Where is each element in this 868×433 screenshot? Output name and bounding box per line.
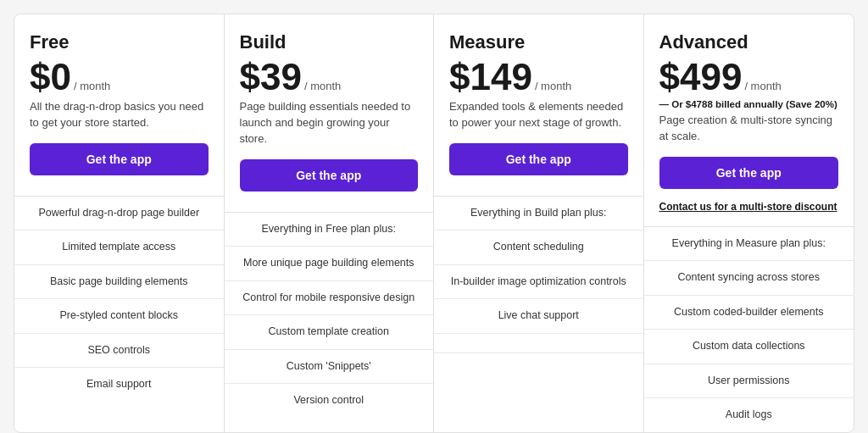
plan-header-build: Build $39 / month Page building essentia… [225,14,434,213]
feature-item: Content scheduling [434,230,643,265]
plan-period-build: / month [304,80,341,92]
feature-item: Everything in Free plan plus: [225,213,434,247]
feature-item: In-builder image optimization controls [434,265,643,300]
plan-price-row-advanced: $499 / month [659,58,839,96]
plan-desc-free: All the drag-n-drop basics you need to g… [30,99,209,131]
feature-item: User permissions [644,364,854,399]
features-list-measure: Everything in Build plan plus:Content sc… [434,197,643,432]
feature-item: Powerful drag-n-drop page builder [14,197,224,231]
plan-desc-advanced: Page creation & multi-store syncing at s… [659,113,839,145]
feature-item: Everything in Build plan plus: [434,197,643,231]
plan-name-free: Free [30,31,209,53]
feature-item: Custom template creation [225,315,434,350]
plan-card-free: Free $0 / month All the drag-n-drop basi… [14,14,225,432]
features-list-free: Powerful drag-n-drop page builderLimited… [14,197,224,432]
feature-item: Content syncing across stores [644,261,854,296]
plan-name-measure: Measure [449,31,628,53]
plan-period-measure: / month [535,80,571,92]
feature-item [434,353,643,372]
plan-header-measure: Measure $149 / month Expanded tools & el… [434,14,643,197]
feature-item: SEO controls [14,334,224,369]
feature-item: Limited template access [14,230,224,265]
plan-annual-advanced: — Or $4788 billed annually (Save 20%) [659,99,839,109]
feature-item: More unique page building elements [225,247,434,281]
feature-item [434,334,643,353]
get-app-button-measure[interactable]: Get the app [449,143,628,175]
plan-card-measure: Measure $149 / month Expanded tools & el… [434,14,644,432]
get-app-button-build[interactable]: Get the app [240,159,419,192]
plan-name-advanced: Advanced [659,31,839,53]
plan-header-free: Free $0 / month All the drag-n-drop basi… [14,14,224,197]
pricing-grid: Free $0 / month All the drag-n-drop basi… [14,14,854,433]
feature-item: Custom data collections [644,330,854,364]
plan-price-measure: $149 [449,58,532,96]
feature-item: Email support [14,368,224,402]
plan-price-row-build: $39 / month [240,58,419,96]
features-list-build: Everything in Free plan plus:More unique… [225,213,434,432]
plan-name-build: Build [240,31,419,53]
feature-item: Custom 'Snippets' [225,350,434,385]
plan-price-advanced: $499 [659,58,743,96]
contact-link-advanced[interactable]: Contact us for a multi-store discount [659,201,839,213]
plan-price-row-measure: $149 / month [449,58,628,96]
plan-price-free: $0 [30,58,71,96]
feature-item: Control for mobile responsive design [225,281,434,316]
features-list-advanced: Everything in Measure plan plus:Content … [644,227,854,432]
feature-item: Live chat support [434,299,643,334]
plan-card-advanced: Advanced $499 / month — Or $4788 billed … [644,14,854,432]
plan-price-build: $39 [240,58,302,96]
feature-item: Version control [225,384,434,418]
feature-item: Basic page building elements [14,265,224,300]
plan-desc-build: Page building essentials needed to launc… [240,99,419,147]
feature-item: Audit logs [644,398,854,432]
feature-item: Everything in Measure plan plus: [644,227,854,262]
get-app-button-free[interactable]: Get the app [30,143,209,175]
plan-card-build: Build $39 / month Page building essentia… [225,14,435,432]
feature-item: Custom coded-builder elements [644,296,854,330]
plan-period-advanced: / month [744,80,781,92]
get-app-button-advanced[interactable]: Get the app [659,157,839,189]
plan-period-free: / month [74,80,110,92]
feature-item: Pre-styled content blocks [14,299,224,334]
plan-header-advanced: Advanced $499 / month — Or $4788 billed … [644,14,854,227]
plan-price-row-free: $0 / month [30,58,209,96]
plan-desc-measure: Expanded tools & elements needed to powe… [449,99,628,131]
